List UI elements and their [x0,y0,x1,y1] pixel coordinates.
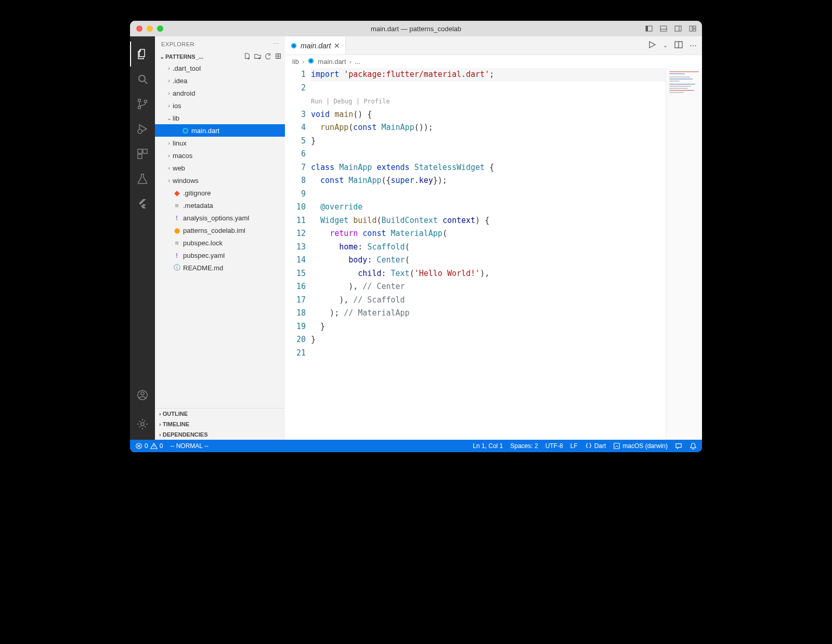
code-content[interactable]: import 'package:flutter/material.dart';R… [311,68,666,440]
file-item[interactable]: !pubspec.yaml [155,249,285,261]
new-folder-icon[interactable] [254,52,261,61]
code-line[interactable]: import 'package:flutter/material.dart'; [311,68,666,82]
code-line[interactable]: ), // Scaffold [311,294,666,307]
status-encoding[interactable]: UTF-8 [545,442,563,450]
line-number: 4 [285,121,306,135]
activity-account[interactable] [130,383,155,408]
codelens[interactable]: Run | Debug | Profile [311,95,666,108]
sidebar-bottom: › OUTLINE › TIMELINE › DEPENDENCIES [155,408,285,440]
status-vim-mode: -- NORMAL -- [170,442,209,450]
folder-item[interactable]: ›macos [155,149,285,162]
file-item[interactable]: ⬤patterns_codelab.iml [155,224,285,236]
status-device[interactable]: macOS (darwin) [613,442,668,450]
folder-item[interactable]: ›.idea [155,74,285,87]
code-line[interactable]: } [311,333,666,347]
line-number: 2 [285,82,306,95]
tree-label: pubspec.lock [183,239,223,247]
activity-scm[interactable] [130,91,155,116]
status-language[interactable]: Dart [585,442,606,450]
folder-item[interactable]: ›web [155,162,285,174]
file-item[interactable]: !analysis_options.yaml [155,212,285,224]
project-header[interactable]: ⌄ PATTERNS_... [155,51,285,62]
panel-right-icon[interactable] [674,24,682,33]
tree-label: .idea [173,77,187,85]
panel-bottom-icon[interactable] [659,24,668,33]
activity-flutter[interactable] [130,191,155,216]
line-number: 10 [285,201,306,214]
chevron-right-icon: › [349,58,352,65]
code-editor[interactable]: 123456789101112131415161718192021 import… [285,68,666,440]
status-problems[interactable]: 0 0 [135,442,163,450]
tab-main-dart[interactable]: main.dart ✕ [285,36,346,55]
minimap[interactable] [666,68,702,440]
run-icon[interactable] [647,40,657,51]
activity-testing[interactable] [130,166,155,191]
activity-debug[interactable] [130,116,155,141]
line-number: 6 [285,148,306,161]
code-line[interactable]: ), // Center [311,280,666,294]
code-line[interactable]: const MainApp({super.key}); [311,174,666,188]
file-item[interactable]: main.dart [155,124,285,137]
breadcrumb-seg[interactable]: main.dart [318,58,346,65]
code-line[interactable]: Widget build(BuildContext context) { [311,214,666,228]
section-dependencies[interactable]: › DEPENDENCIES [155,429,285,440]
status-indent[interactable]: Spaces: 2 [510,442,538,450]
code-line[interactable]: runApp(const MainApp()); [311,121,666,135]
chevron-icon: › [165,102,173,109]
sidebar-more-icon[interactable]: ⋯ [273,41,279,47]
code-line[interactable]: child: Text('Hello World!'), [311,267,666,281]
activity-explorer[interactable] [130,42,155,67]
section-timeline[interactable]: › TIMELINE [155,419,285,429]
status-feedback-icon[interactable] [675,442,682,450]
refresh-icon[interactable] [264,52,271,61]
file-item[interactable]: ◆.gitignore [155,187,285,199]
activity-search[interactable] [130,67,155,91]
breadcrumb-seg[interactable]: lib [292,58,299,65]
code-line[interactable]: return const MaterialApp( [311,227,666,241]
code-line[interactable]: class MainApp extends StatelessWidget { [311,161,666,175]
file-item[interactable]: ≡.metadata [155,199,285,212]
chevron-icon: › [165,152,173,159]
folder-item[interactable]: ⌄lib [155,112,285,124]
more-icon[interactable]: ⋯ [690,42,697,50]
new-file-icon[interactable] [243,52,251,61]
code-line[interactable] [311,347,666,360]
activity-extensions[interactable] [130,141,155,166]
section-outline[interactable]: › OUTLINE [155,409,285,419]
breadcrumb[interactable]: lib › main.dart › ... [285,55,702,68]
code-line[interactable]: void main() { [311,108,666,122]
status-position[interactable]: Ln 1, Col 1 [473,442,503,450]
code-line[interactable]: home: Scaffold( [311,241,666,254]
code-line[interactable]: } [311,320,666,334]
titlebar: main.dart — patterns_codelab [130,21,702,36]
folder-item[interactable]: ›ios [155,99,285,112]
activity-settings[interactable] [130,412,155,437]
panel-left-icon[interactable] [645,24,653,33]
code-line[interactable]: ); // MaterialApp [311,307,666,320]
collapse-icon[interactable] [275,52,282,61]
folder-item[interactable]: ›.dart_tool [155,62,285,74]
code-line[interactable] [311,188,666,201]
code-line[interactable]: } [311,135,666,148]
close-icon[interactable]: ✕ [334,42,340,50]
customize-layout-icon[interactable] [688,24,697,33]
line-number: 5 [285,135,306,148]
code-line[interactable]: @override [311,201,666,214]
file-item[interactable]: ⓘREADME.md [155,261,285,274]
status-bell-icon[interactable] [690,442,697,450]
status-eol[interactable]: LF [570,442,578,450]
tree-label: ios [173,102,181,110]
line-number: 9 [285,188,306,201]
split-editor-icon[interactable] [674,40,683,51]
code-line[interactable] [311,82,666,95]
folder-item[interactable]: ›windows [155,174,285,187]
folder-item[interactable]: ›android [155,87,285,99]
chevron-icon: ⌄ [165,115,173,122]
breadcrumb-seg[interactable]: ... [355,58,360,65]
folder-item[interactable]: ›linux [155,137,285,149]
chevron-down-icon[interactable]: ⌄ [663,42,668,49]
file-item[interactable]: ≡pubspec.lock [155,236,285,249]
code-line[interactable] [311,148,666,161]
code-line[interactable]: body: Center( [311,254,666,267]
tree-label: .dart_tool [173,64,201,72]
